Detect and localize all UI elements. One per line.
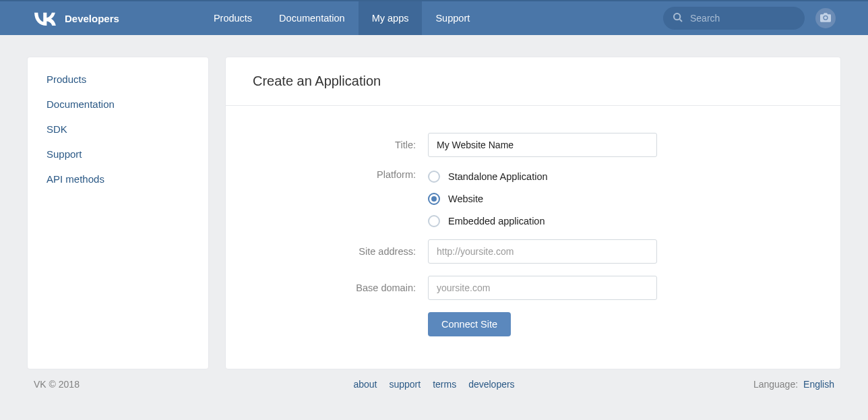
brand[interactable]: Developers (32, 11, 119, 26)
footer-link-support[interactable]: support (389, 379, 421, 390)
radio-label: Standalone Application (448, 171, 548, 182)
footer-copyright: VK © 2018 (34, 379, 80, 390)
nav-support[interactable]: Support (422, 1, 483, 35)
footer-link-developers[interactable]: developers (468, 379, 515, 390)
sidebar-item-api-methods[interactable]: API methods (28, 167, 208, 191)
sidebar-item-documentation[interactable]: Documentation (28, 92, 208, 117)
search-input[interactable] (690, 13, 795, 24)
nav-my-apps[interactable]: My apps (359, 1, 423, 35)
vk-logo-icon (32, 11, 58, 26)
platform-label: Platform: (253, 169, 428, 180)
svg-point-0 (674, 13, 680, 20)
sidebar-item-support[interactable]: Support (28, 142, 208, 167)
footer-link-terms[interactable]: terms (433, 379, 456, 390)
topbar: Developers Products Documentation My app… (0, 0, 868, 35)
title-label: Title: (253, 140, 428, 150)
platform-radio-group: Standalone Application Website Embedded … (428, 169, 657, 227)
footer-links: about support terms developers (353, 379, 514, 390)
main-panel: Create an Application Title: Platform: S… (225, 57, 841, 369)
language-select[interactable]: English (803, 379, 834, 390)
create-app-form: Title: Platform: Standalone Application … (226, 106, 840, 369)
base-domain-input[interactable] (428, 276, 657, 300)
page-body: Products Documentation SDK Support API m… (0, 35, 868, 369)
row-title: Title: (253, 133, 813, 157)
sidebar-item-products[interactable]: Products (28, 67, 208, 92)
radio-standalone[interactable]: Standalone Application (428, 171, 657, 183)
search-icon (673, 12, 683, 25)
svg-line-1 (680, 19, 682, 21)
footer-link-about[interactable]: about (353, 379, 377, 390)
footer: VK © 2018 about support terms developers… (0, 369, 868, 390)
main-header: Create an Application (226, 57, 840, 106)
brand-label: Developers (65, 13, 119, 24)
nav-documentation[interactable]: Documentation (266, 1, 359, 35)
radio-icon (428, 171, 440, 183)
radio-label: Website (448, 193, 483, 204)
footer-language: Language: English (753, 379, 834, 390)
title-input[interactable] (428, 133, 657, 157)
site-address-label: Site address: (253, 246, 428, 257)
base-domain-label: Base domain: (253, 282, 428, 293)
camera-icon (820, 13, 831, 24)
top-nav: Products Documentation My apps Support (200, 1, 483, 35)
radio-website[interactable]: Website (428, 193, 657, 205)
search-box[interactable] (663, 7, 805, 30)
radio-embedded[interactable]: Embedded application (428, 215, 657, 227)
site-address-input[interactable] (428, 239, 657, 264)
connect-site-button[interactable]: Connect Site (428, 312, 511, 336)
radio-icon (428, 193, 440, 205)
nav-products[interactable]: Products (200, 1, 266, 35)
radio-icon (428, 215, 440, 227)
row-platform: Platform: Standalone Application Website… (253, 169, 813, 227)
radio-label: Embedded application (448, 216, 545, 227)
top-right (663, 7, 836, 30)
row-base-domain: Base domain: (253, 276, 813, 300)
sidebar-item-sdk[interactable]: SDK (28, 117, 208, 142)
sidebar: Products Documentation SDK Support API m… (27, 57, 209, 369)
page-title: Create an Application (253, 73, 813, 89)
camera-button[interactable] (815, 8, 836, 28)
row-site-address: Site address: (253, 239, 813, 264)
row-submit: Connect Site (253, 312, 813, 336)
language-label: Language: (753, 379, 798, 390)
